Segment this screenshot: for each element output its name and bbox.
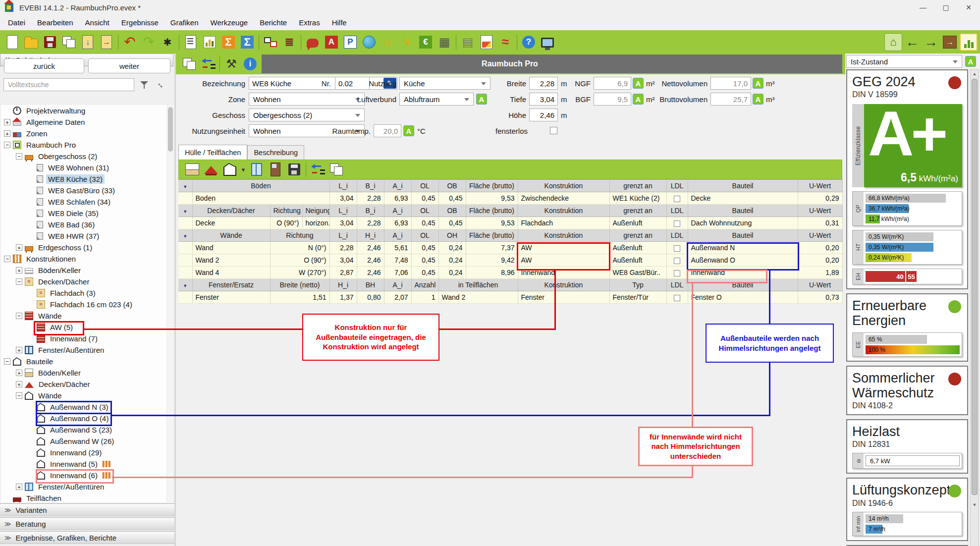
filter-triangle-icon[interactable]: ▼	[183, 184, 187, 189]
home-icon[interactable]: ⌂	[884, 33, 903, 52]
add-door-icon[interactable]	[266, 160, 285, 179]
collapse-tree-button[interactable]: ↔	[152, 76, 170, 94]
report-document-icon[interactable]	[181, 33, 200, 52]
save-icon[interactable]	[41, 33, 59, 52]
tree-item-we8-hwr-37-[interactable]: WE8 HWR (37)	[1, 230, 166, 242]
building-data-icon[interactable]	[200, 33, 219, 52]
tree-item-we8-diele-35-[interactable]: WE8 Diele (35)	[1, 208, 166, 219]
tree-item-decken-dächer[interactable]: +Decken/Dächer	[1, 379, 166, 390]
report-table-icon[interactable]: ▤	[458, 33, 477, 52]
copy-room-icon[interactable]	[180, 55, 199, 73]
tree-item-flachdach-3-[interactable]: ≈Flachdach (3)	[1, 287, 166, 299]
wall-options-caret-icon[interactable]: ▾	[239, 160, 247, 179]
collapse-icon[interactable]: −	[4, 256, 10, 262]
search-input[interactable]	[3, 78, 134, 91]
minimize-button[interactable]: —	[912, 0, 934, 15]
accordion-varianten[interactable]: ≫Varianten	[0, 503, 174, 516]
expand-icon[interactable]: +	[16, 381, 22, 387]
filter-triangle-icon[interactable]: ▼	[183, 209, 187, 214]
tree-item-konstruktionen[interactable]: −Konstruktionen	[1, 253, 166, 265]
close-button[interactable]: ✕	[957, 0, 980, 15]
add-window-icon[interactable]	[247, 160, 266, 179]
label-a-icon[interactable]: A	[322, 33, 341, 52]
collapse-icon[interactable]: −	[16, 278, 22, 285]
auto-button-ngf[interactable]: A	[633, 78, 644, 89]
tree-scrollbar-thumb[interactable]	[168, 107, 173, 152]
ngf-field[interactable]	[594, 77, 631, 90]
panel-scrollbar[interactable]: ▲ ▼	[970, 69, 979, 546]
tree-item-decken-dächer[interactable]: −≈Decken/Dächer	[1, 276, 166, 287]
collapse-icon[interactable]: −	[16, 153, 22, 160]
tree-item-we8-küche-32-[interactable]: WE8 Küche (32)	[1, 173, 166, 185]
euro-icon[interactable]: €	[416, 33, 435, 52]
raumtemp-input[interactable]	[374, 124, 401, 137]
add-wall-icon[interactable]	[220, 160, 239, 179]
tree-item-allgemeine-daten[interactable]: +Allgemeine Daten	[1, 116, 166, 128]
ldl-checkbox[interactable]	[674, 258, 680, 264]
tree-item-erdgeschoss-1-[interactable]: +Erdgeschoss (1)	[1, 242, 166, 253]
accordion-ergebnisse-grafiken-berichte[interactable]: ≫Ergebnisse, Grafiken, Berichte	[0, 531, 174, 544]
tools-icon[interactable]: ⚒	[222, 55, 241, 73]
tree-item-we8-gast-büro-33-[interactable]: WE8 Gast/Büro (33)	[1, 185, 166, 196]
filter-button[interactable]	[139, 79, 151, 91]
expand-icon[interactable]: +	[16, 244, 22, 251]
tree-item-zonen[interactable]: +Zonen	[1, 128, 166, 139]
tree-item-we8-schlafen-34-[interactable]: WE8 Schlafen (34)	[1, 196, 166, 208]
reassign-rows-icon[interactable]	[308, 160, 327, 179]
tree-item-fenster-außentüren[interactable]: +Fenster/Außentüren	[1, 344, 166, 356]
reassign-icon[interactable]	[199, 55, 218, 73]
tiefe-input[interactable]	[529, 93, 558, 106]
auto-button-state[interactable]: A	[965, 56, 976, 67]
tree-scrollbar[interactable]	[167, 105, 173, 502]
sun-icon[interactable]: ☼	[379, 33, 397, 52]
tree-item-projektverwaltung[interactable]: Projektverwaltung	[1, 105, 166, 116]
expand-icon[interactable]: +	[4, 119, 10, 125]
menu-ansicht[interactable]: Ansicht	[79, 15, 115, 30]
image-icon[interactable]	[477, 33, 496, 52]
menu-datei[interactable]: Datei	[2, 15, 31, 30]
nav-back-icon[interactable]: ←	[903, 33, 922, 52]
calculator-icon[interactable]: ▦	[435, 33, 454, 52]
lightning-icon[interactable]: ϟ	[397, 33, 416, 52]
ldl-checkbox[interactable]	[674, 245, 680, 252]
collapse-icon[interactable]: −	[4, 142, 10, 148]
expand-icon[interactable]: +	[16, 484, 22, 490]
chart-panel-icon[interactable]	[959, 33, 978, 52]
expand-icon[interactable]: +	[4, 130, 10, 137]
tree-item-we8-bad-36-[interactable]: WE8 Bad (36)	[1, 219, 166, 230]
geschoss-dropdown[interactable]: Obergeschoss (2)	[249, 109, 365, 121]
add-roof-icon[interactable]	[202, 160, 220, 179]
table-row[interactable]: Fenster1,511,370,802,071Wand 2FensterFen…	[178, 291, 842, 304]
tree-item-raumbuch-pro[interactable]: −Raumbuch Pro	[1, 139, 166, 151]
open-folder-icon[interactable]	[22, 33, 41, 52]
tree-item-innenwand-29-[interactable]: Innenwand (29)	[1, 447, 166, 458]
collapse-icon[interactable]: −	[4, 358, 10, 365]
table-row[interactable]: DeckeO (90°)horizon..3,042,286,930,450,4…	[178, 217, 842, 229]
breite-input[interactable]	[529, 77, 558, 90]
expand-icon[interactable]: +	[16, 267, 22, 273]
curve-icon[interactable]: ≈	[496, 33, 515, 52]
tree-item-böden-keller[interactable]: +Böden/Keller	[1, 367, 166, 379]
tree-item-obergeschoss-2-[interactable]: −Obergeschoss (2)	[1, 151, 166, 162]
globe-icon[interactable]	[360, 33, 379, 52]
expand-icon[interactable]: +	[16, 370, 22, 376]
structure-list-icon[interactable]: ≣	[280, 33, 299, 52]
accordion-beratung[interactable]: ≫Beratung	[0, 517, 174, 530]
back-button[interactable]: zurück	[4, 58, 84, 73]
tree-item-böden-keller[interactable]: +Böden/Keller	[1, 265, 166, 276]
collapse-icon[interactable]: −	[16, 313, 22, 319]
scroll-up-icon[interactable]: ▲	[971, 70, 979, 78]
bruttovolumen-field[interactable]	[710, 93, 751, 106]
copy-window-icon[interactable]	[59, 33, 78, 52]
menu-hilfe[interactable]: Hilfe	[326, 15, 353, 30]
tree-item-bauteile[interactable]: −Bauteile	[1, 356, 166, 367]
auto-button-brutto[interactable]: A	[753, 94, 763, 105]
bgf-field[interactable]	[594, 93, 631, 106]
menu-ergebnisse[interactable]: Ergebnisse	[115, 15, 164, 30]
ldl-checkbox[interactable]	[674, 196, 680, 202]
help-icon[interactable]: ?	[519, 33, 538, 52]
ldl-checkbox[interactable]	[674, 220, 680, 227]
nav-forward-icon[interactable]: →	[922, 33, 940, 52]
auto-button-raumtemp[interactable]: A	[403, 125, 414, 136]
table-row[interactable]: Boden3,042,286,930,450,459,53Zwischendec…	[178, 192, 842, 205]
